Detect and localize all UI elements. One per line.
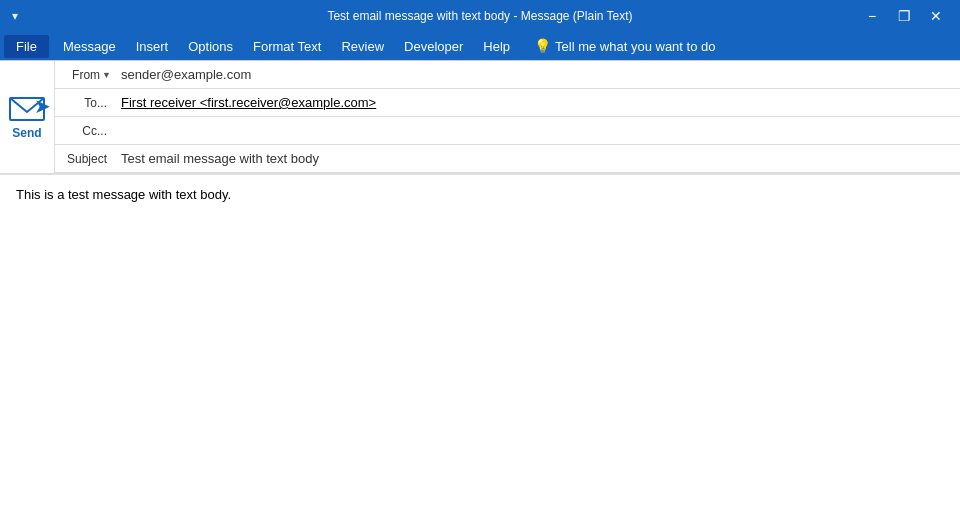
tell-me-text: Tell me what you want to do	[555, 39, 715, 54]
close-button[interactable]: ✕	[920, 0, 952, 32]
send-button[interactable]: ➤ Send	[0, 61, 55, 173]
menu-item-file[interactable]: File	[4, 35, 49, 58]
menu-item-insert[interactable]: Insert	[126, 35, 179, 58]
from-value: sender@example.com	[115, 64, 960, 85]
cc-button[interactable]: Cc...	[55, 121, 115, 141]
subject-value[interactable]: Test email message with text body	[115, 148, 960, 169]
menu-item-developer[interactable]: Developer	[394, 35, 473, 58]
to-value[interactable]: First receiver <first.receiver@example.c…	[115, 92, 960, 113]
email-fields: From ▼ sender@example.com To... First re…	[55, 61, 960, 173]
email-body[interactable]: This is a test message with text body.	[0, 174, 960, 520]
bulb-icon: 💡	[534, 38, 551, 54]
from-row: From ▼ sender@example.com	[55, 61, 960, 89]
email-container: ➤ Send From ▼ sender@example.com To... F…	[0, 60, 960, 520]
from-button[interactable]: From ▼	[55, 65, 115, 85]
menu-bar: File Message Insert Options Format Text …	[0, 32, 960, 60]
email-header-area: ➤ Send From ▼ sender@example.com To... F…	[0, 61, 960, 174]
send-icon: ➤	[9, 94, 45, 122]
tell-me-field[interactable]: 💡 Tell me what you want to do	[528, 36, 721, 56]
to-button[interactable]: To...	[55, 93, 115, 113]
from-label: From	[72, 68, 100, 82]
send-label: Send	[12, 126, 41, 140]
menu-item-message[interactable]: Message	[53, 35, 126, 58]
to-row: To... First receiver <first.receiver@exa…	[55, 89, 960, 117]
menu-item-review[interactable]: Review	[331, 35, 394, 58]
minimize-button[interactable]: −	[856, 0, 888, 32]
window-title: Test email message with text body - Mess…	[327, 9, 632, 23]
menu-item-format-text[interactable]: Format Text	[243, 35, 331, 58]
menu-item-options[interactable]: Options	[178, 35, 243, 58]
title-bar: ▾ Test email message with text body - Me…	[0, 0, 960, 32]
cc-row: Cc...	[55, 117, 960, 145]
cc-value[interactable]	[115, 128, 960, 134]
menu-item-help[interactable]: Help	[473, 35, 520, 58]
subject-label: Subject	[55, 149, 115, 169]
quick-access-button[interactable]: ▾	[8, 7, 22, 25]
from-dropdown-arrow: ▼	[102, 70, 111, 80]
restore-button[interactable]: ❐	[888, 0, 920, 32]
subject-row: Subject Test email message with text bod…	[55, 145, 960, 173]
